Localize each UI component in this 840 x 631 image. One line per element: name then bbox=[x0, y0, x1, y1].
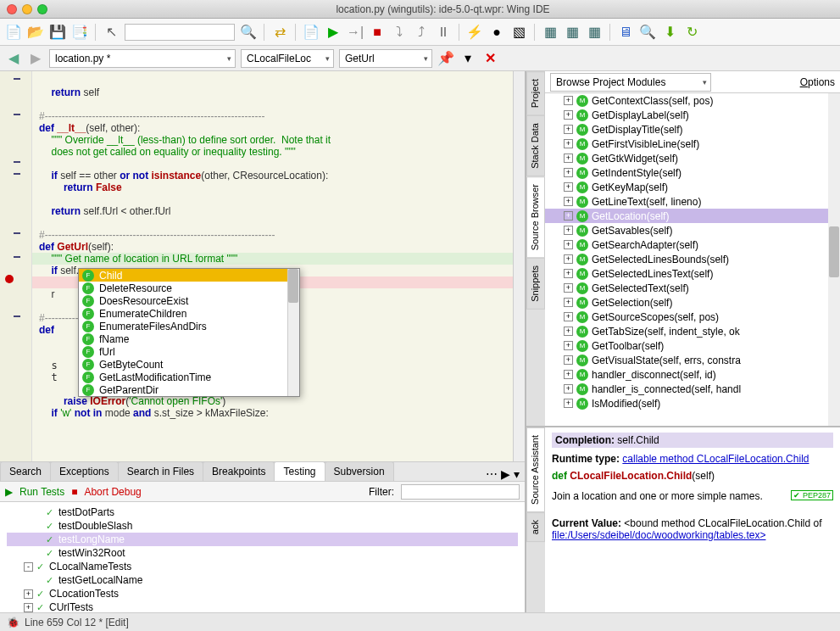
breakpoint-marker[interactable] bbox=[5, 275, 14, 283]
function-dropdown[interactable]: GetUrl bbox=[339, 49, 432, 68]
tree-expand-icon[interactable]: + bbox=[564, 226, 573, 235]
pause-icon[interactable]: ⏸ bbox=[435, 24, 452, 41]
autocomplete-scrollbar[interactable] bbox=[288, 269, 298, 303]
browser-item[interactable]: +MGetSelectedLinesBounds(self) bbox=[545, 252, 840, 266]
autocomplete-item[interactable]: FfName bbox=[79, 332, 299, 345]
browser-item[interactable]: +MGetContextClass(self, pos) bbox=[545, 93, 840, 108]
filter-input[interactable] bbox=[401, 484, 520, 500]
exception-icon[interactable]: ⚡ bbox=[466, 24, 483, 41]
new-file-icon[interactable]: 📄 bbox=[5, 24, 22, 41]
tree-expand-icon[interactable]: + bbox=[564, 341, 573, 350]
sync-icon[interactable]: ↻ bbox=[683, 24, 700, 41]
zoom-icon[interactable]: 🔍 bbox=[639, 24, 656, 41]
options-menu-icon[interactable]: ▾ bbox=[459, 50, 476, 67]
tree-expand-icon[interactable]: + bbox=[564, 139, 573, 148]
tree-expand-icon[interactable]: + bbox=[564, 298, 573, 307]
runtime-type-link[interactable]: callable method CLocalFileLocation.Child bbox=[622, 453, 809, 465]
autocomplete-item[interactable]: FGetParentDir bbox=[79, 383, 299, 396]
browser-item[interactable]: +MGetSavables(self) bbox=[545, 223, 840, 237]
window-close-button[interactable] bbox=[7, 4, 17, 14]
autocomplete-item[interactable]: FChild bbox=[79, 269, 299, 282]
options-link[interactable]: Options bbox=[800, 76, 835, 88]
tree-expand-icon[interactable]: + bbox=[564, 154, 573, 163]
browser-item[interactable]: +MGetDisplayLabel(self) bbox=[545, 108, 840, 122]
nav-forward-icon[interactable]: ▶ bbox=[27, 50, 44, 66]
tree-expand-icon[interactable]: + bbox=[564, 240, 573, 249]
panel3-icon[interactable]: ▦ bbox=[586, 24, 603, 41]
side-tab[interactable]: Source Browser bbox=[526, 176, 545, 258]
browser-item[interactable]: +MGetIndentStyle(self) bbox=[545, 165, 840, 180]
tree-expand-icon[interactable]: + bbox=[564, 110, 573, 120]
file-dropdown[interactable]: location.py * bbox=[49, 49, 236, 68]
window-minimize-button[interactable] bbox=[22, 4, 32, 14]
browser-item[interactable]: +MGetSourceScopes(self, pos) bbox=[545, 310, 840, 324]
tree-expand-icon[interactable]: + bbox=[564, 399, 573, 408]
autocomplete-item[interactable]: FEnumerateFilesAndDirs bbox=[79, 320, 299, 332]
tree-expand-icon[interactable]: + bbox=[24, 603, 33, 612]
monitor-icon[interactable]: 🖥 bbox=[617, 24, 634, 41]
autocomplete-item[interactable]: FGetByteCount bbox=[79, 358, 299, 371]
tree-expand-icon[interactable]: + bbox=[564, 355, 573, 365]
test-tree-item[interactable]: +✓CUrlTests bbox=[7, 600, 518, 612]
run-tests-button[interactable]: Run Tests bbox=[19, 486, 64, 498]
goto-icon[interactable]: ↖ bbox=[103, 24, 120, 41]
autocomplete-item[interactable]: FGetLastModificationTime bbox=[79, 371, 299, 383]
tree-expand-icon[interactable]: + bbox=[564, 384, 573, 394]
save-icon[interactable]: 💾 bbox=[49, 24, 66, 41]
test-tree[interactable]: ✓testDotParts✓testDoubleSlash✓testLongNa… bbox=[0, 502, 525, 612]
side-tab[interactable]: ack bbox=[526, 512, 545, 542]
browser-item[interactable]: +MGetTabSize(self, indent_style, ok bbox=[545, 324, 840, 338]
code-editor[interactable]: return self #---------------------------… bbox=[0, 71, 525, 461]
browser-item[interactable]: +MGetSearchAdapter(self) bbox=[545, 237, 840, 252]
browser-item[interactable]: +MGetGtkWidget(self) bbox=[545, 151, 840, 165]
tree-expand-icon[interactable]: - bbox=[24, 562, 33, 572]
test-tree-item[interactable]: ✓testDoubleSlash bbox=[7, 519, 518, 533]
tree-expand-icon[interactable]: + bbox=[564, 197, 573, 206]
browser-item[interactable]: +MGetDisplayTitle(self) bbox=[545, 122, 840, 137]
tree-expand-icon[interactable]: + bbox=[564, 96, 573, 105]
tree-expand-icon[interactable]: + bbox=[564, 283, 573, 293]
test-tree-item[interactable]: -✓CLocalNameTests bbox=[7, 560, 518, 573]
panel1-icon[interactable]: ▦ bbox=[542, 24, 559, 41]
tree-expand-icon[interactable]: + bbox=[564, 254, 573, 264]
indent-icon[interactable]: ⇄ bbox=[271, 24, 288, 41]
tabs-overflow-icon[interactable]: ⋯ ▶ ▾ bbox=[481, 467, 525, 481]
browser-item[interactable]: +MGetLocation(self) bbox=[545, 209, 840, 223]
tree-expand-icon[interactable]: + bbox=[564, 182, 573, 192]
browser-item[interactable]: +MIsModified(self) bbox=[545, 396, 840, 410]
panel-tab[interactable]: Search in Files bbox=[118, 461, 203, 481]
nav-back-icon[interactable]: ◀ bbox=[5, 50, 22, 66]
pin-icon[interactable]: 📌 bbox=[437, 50, 454, 67]
panel2-icon[interactable]: ▦ bbox=[564, 24, 581, 41]
test-tree-item[interactable]: ✓testDotParts bbox=[7, 505, 518, 519]
class-dropdown[interactable]: CLocalFileLoc bbox=[241, 49, 334, 68]
panel-tab[interactable]: Search bbox=[0, 461, 51, 481]
autocomplete-item[interactable]: FEnumerateChildren bbox=[79, 307, 299, 320]
search-icon[interactable]: 🔍 bbox=[240, 24, 257, 41]
open-folder-icon[interactable]: 📂 bbox=[27, 24, 44, 41]
browser-scrollbar[interactable] bbox=[829, 226, 839, 277]
browser-item[interactable]: +MGetKeyMap(self) bbox=[545, 180, 840, 194]
side-tab[interactable]: Project bbox=[526, 71, 545, 115]
test-tree-item[interactable]: ✓testLongName bbox=[7, 533, 518, 546]
tree-expand-icon[interactable]: + bbox=[564, 370, 573, 379]
panel-tab[interactable]: Subversion bbox=[325, 461, 394, 481]
search-input[interactable] bbox=[125, 24, 235, 41]
test-tree-item[interactable]: +✓CLocationTests bbox=[7, 587, 518, 600]
browser-item[interactable]: +Mhandler_is_connected(self, handl bbox=[545, 382, 840, 396]
panel-tab[interactable]: Breakpoints bbox=[203, 461, 275, 481]
side-tab[interactable]: Stack Data bbox=[526, 115, 545, 176]
save-all-icon[interactable]: 📑 bbox=[71, 24, 88, 41]
side-tab[interactable]: Snippets bbox=[526, 258, 545, 310]
download-icon[interactable]: ⬇ bbox=[661, 24, 678, 41]
stop-icon[interactable]: ■ bbox=[369, 24, 386, 41]
breakpoint-icon[interactable]: ● bbox=[488, 24, 505, 41]
panel-tab[interactable]: Testing bbox=[274, 461, 325, 481]
panel-tab[interactable]: Exceptions bbox=[50, 461, 119, 481]
browser-item[interactable]: +MGetSelectedLinesText(self) bbox=[545, 266, 840, 281]
side-tab[interactable]: Source Assistant bbox=[526, 427, 545, 512]
tree-expand-icon[interactable]: + bbox=[564, 269, 573, 278]
current-value-link[interactable]: file:/Users/sdeibel/doc/woodworking/tabl… bbox=[552, 529, 765, 541]
debug-file-icon[interactable]: 📄 bbox=[303, 24, 320, 41]
abort-debug-button[interactable]: Abort Debug bbox=[84, 486, 141, 498]
